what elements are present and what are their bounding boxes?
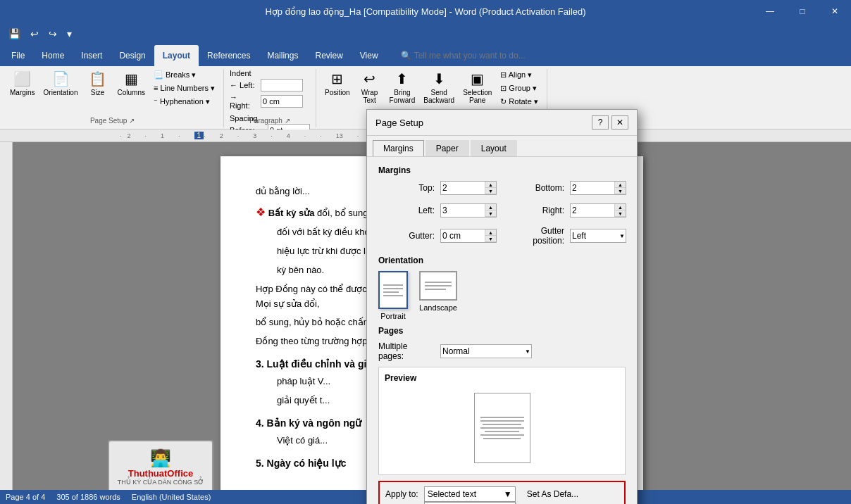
orientation-button[interactable]: 📄 Orientation — [41, 69, 81, 98]
save-button[interactable]: 💾 — [6, 27, 23, 41]
bottom-input-wrap: ▲ ▼ — [570, 181, 626, 195]
selection-pane-label: SelectionPane — [463, 89, 492, 104]
title-text: Hợp đồng lao động_Ha [Compatibility Mode… — [265, 6, 585, 17]
dialog-help-button[interactable]: ? — [592, 115, 609, 130]
send-backward-button[interactable]: ⬇ SendBackward — [421, 69, 457, 106]
landscape-label: Landscape — [419, 303, 457, 312]
right-indent-input[interactable] — [261, 95, 303, 108]
hyphenation-button[interactable]: ⁻ Hyphenation ▾ — [151, 96, 218, 108]
landscape-line — [425, 282, 452, 283]
align-button[interactable]: ⊟ Align ▾ — [497, 69, 541, 81]
preview-line — [480, 420, 524, 422]
group-button[interactable]: ⊡ Group ▾ — [497, 82, 541, 94]
left-spin-down[interactable]: ▼ — [485, 210, 496, 217]
portrait-option[interactable]: Portrait — [378, 271, 408, 320]
title-bar: Hợp đồng lao động_Ha [Compatibility Mode… — [0, 0, 851, 23]
maximize-button[interactable]: □ — [786, 0, 819, 23]
portrait-box — [378, 271, 408, 309]
landscape-box — [419, 271, 457, 301]
right-spin-down[interactable]: ▼ — [614, 210, 626, 217]
left-input-wrap: ▲ ▼ — [440, 203, 497, 218]
tab-references[interactable]: References — [199, 45, 259, 66]
tab-mailings[interactable]: Mailings — [259, 45, 306, 66]
tab-review[interactable]: Review — [306, 45, 351, 66]
close-button[interactable]: ✕ — [819, 0, 851, 23]
columns-button[interactable]: ▦ Columns — [115, 69, 148, 98]
dialog-tab-layout[interactable]: Layout — [471, 140, 517, 156]
columns-icon: ▦ — [125, 70, 138, 87]
tell-me-input[interactable] — [414, 51, 555, 61]
left-ruler — [0, 142, 13, 490]
breaks-button[interactable]: 📃 Breaks ▾ — [151, 69, 218, 81]
wrap-text-icon: ↩ — [364, 70, 375, 87]
dialog-tab-margins[interactable]: Margins — [373, 140, 424, 156]
pages-label: Pages — [378, 326, 626, 336]
multiple-pages-label: Multiple pages: — [378, 341, 435, 361]
bring-forward-icon: ⬆ — [396, 70, 408, 87]
landscape-lines — [421, 277, 456, 294]
left-input[interactable] — [441, 204, 483, 217]
tab-home[interactable]: Home — [33, 45, 73, 66]
tab-layout[interactable]: Layout — [154, 45, 199, 66]
tab-design[interactable]: Design — [111, 45, 154, 66]
preview-line — [485, 431, 520, 432]
bring-forward-button[interactable]: ⬆ BringForward — [387, 69, 418, 106]
gutter-spin-down[interactable]: ▼ — [485, 236, 496, 242]
minimize-button[interactable]: — — [754, 0, 786, 23]
top-label: Top: — [378, 183, 435, 193]
redo-button[interactable]: ↪ — [46, 27, 60, 41]
left-indent-label: ← Left: — [230, 81, 258, 89]
gutter-spin-up[interactable]: ▲ — [485, 229, 496, 236]
preview-box — [385, 387, 619, 469]
multiple-pages-select[interactable]: Normal Mirror margins 2 pages per sheet … — [440, 344, 532, 358]
size-button[interactable]: 📋 Size — [84, 69, 112, 98]
bottom-spin-down[interactable]: ▼ — [614, 188, 626, 194]
landscape-line — [425, 285, 452, 286]
gutter-pos-select-wrap: Left Top ▼ — [570, 229, 626, 243]
preview-page — [474, 393, 530, 463]
left-field-row: Left: ▲ ▼ — [378, 203, 497, 218]
gutter-pos-select[interactable]: Left Top — [570, 229, 626, 243]
status-words: 305 of 1886 words — [56, 493, 120, 501]
indent-label: Indent — [230, 69, 251, 77]
apply-to-display[interactable]: Selected text ▼ — [424, 486, 516, 502]
gutter-input[interactable] — [441, 229, 483, 242]
right-spin-up[interactable]: ▲ — [614, 204, 626, 210]
page-setup-dialog: Page Setup ? ✕ Margins Paper Layout Marg… — [366, 109, 638, 504]
left-indent-input[interactable] — [261, 79, 303, 92]
position-button[interactable]: ⊞ Position — [322, 69, 353, 98]
top-spin-up[interactable]: ▲ — [485, 182, 496, 188]
selection-pane-button[interactable]: ▣ SelectionPane — [460, 69, 495, 106]
top-input[interactable] — [441, 182, 483, 194]
tab-view[interactable]: View — [352, 45, 387, 66]
landscape-option[interactable]: Landscape — [419, 271, 457, 320]
portrait-lines — [379, 280, 407, 301]
margins-label: Margins — [10, 89, 35, 96]
preview-label: Preview — [385, 373, 619, 383]
left-spin-up[interactable]: ▲ — [485, 204, 496, 210]
send-backward-icon: ⬇ — [433, 70, 445, 87]
rotate-button[interactable]: ↻ Rotate ▾ — [497, 96, 541, 108]
dialog-body: Margins Top: ▲ ▼ Bottom: — [367, 157, 637, 504]
dialog-tab-paper[interactable]: Paper — [426, 140, 469, 156]
tab-insert[interactable]: Insert — [73, 45, 111, 66]
selection-pane-icon: ▣ — [471, 70, 484, 87]
pages-section: Pages Multiple pages: Normal Mirror marg… — [378, 326, 626, 361]
top-spin-down[interactable]: ▼ — [485, 188, 496, 194]
bottom-spin-up[interactable]: ▲ — [614, 182, 626, 188]
margins-button[interactable]: ⬜ Margins — [7, 69, 38, 98]
customize-button[interactable]: ▾ — [64, 27, 75, 41]
ribbon-tabs: File Home Insert Design Layout Reference… — [0, 45, 851, 66]
tab-file[interactable]: File — [3, 45, 33, 66]
set-as-default-button[interactable]: Set As Defa... — [527, 489, 578, 499]
wrap-text-button[interactable]: ↩ WrapText — [356, 69, 384, 106]
top-input-wrap: ▲ ▼ — [440, 181, 497, 195]
dialog-close-button[interactable]: ✕ — [611, 115, 628, 130]
undo-button[interactable]: ↩ — [27, 27, 42, 41]
top-field-row: Top: ▲ ▼ — [378, 181, 497, 195]
right-input[interactable] — [571, 204, 613, 217]
bottom-input[interactable] — [571, 182, 613, 194]
line-numbers-button[interactable]: ≡ Line Numbers ▾ — [151, 82, 218, 94]
preview-line — [483, 438, 521, 439]
gutter-pos-field-row: Gutter position: Left Top ▼ — [508, 226, 626, 246]
